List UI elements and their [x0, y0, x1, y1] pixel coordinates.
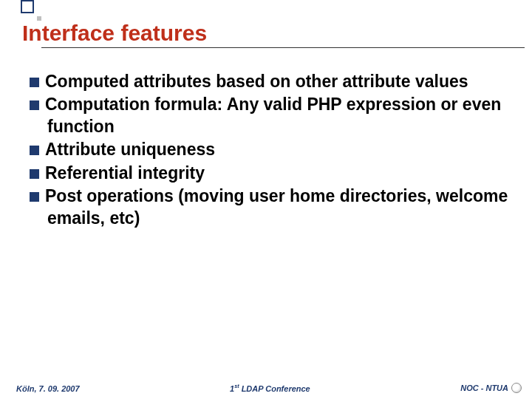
corner-square-decor: [21, 0, 34, 13]
list-item: Computed attributes based on other attri…: [30, 71, 510, 92]
bullet-text: Referential integrity: [45, 163, 205, 183]
list-item: Attribute uniqueness: [30, 139, 510, 160]
bullet-text: Attribute uniqueness: [45, 140, 215, 159]
square-bullet-icon: [30, 169, 39, 179]
slide-title: Interface features: [22, 21, 207, 46]
list-item: Referential integrity: [30, 163, 510, 184]
bullet-text: Computed attributes based on other attri…: [45, 72, 468, 91]
list-item: Post operations (moving user home direct…: [30, 185, 510, 229]
footer-left: Köln, 7. 09. 2007: [16, 384, 80, 393]
footer-center: 1st LDAP Conference: [80, 383, 461, 393]
bullet-text: Post operations (moving user home direct…: [45, 186, 508, 227]
square-bullet-icon: [30, 146, 39, 155]
square-bullet-icon: [30, 78, 39, 87]
footer-center-sup: st: [234, 383, 239, 389]
footer: Köln, 7. 09. 2007 1st LDAP Conference NO…: [16, 383, 522, 393]
square-bullet-icon: [30, 100, 39, 110]
list-item: Computation formula: Any valid PHP expre…: [30, 94, 510, 137]
bullet-list: Computed attributes based on other attri…: [30, 71, 510, 231]
footer-right-text: NOC - NTUA: [460, 383, 508, 392]
footer-center-post: LDAP Conference: [242, 384, 310, 393]
title-underline: [41, 47, 525, 48]
square-bullet-icon: [30, 192, 39, 202]
ntua-logo-icon: [511, 383, 522, 393]
footer-right: NOC - NTUA: [460, 383, 522, 393]
bullet-text: Computation formula: Any valid PHP expre…: [45, 95, 501, 135]
